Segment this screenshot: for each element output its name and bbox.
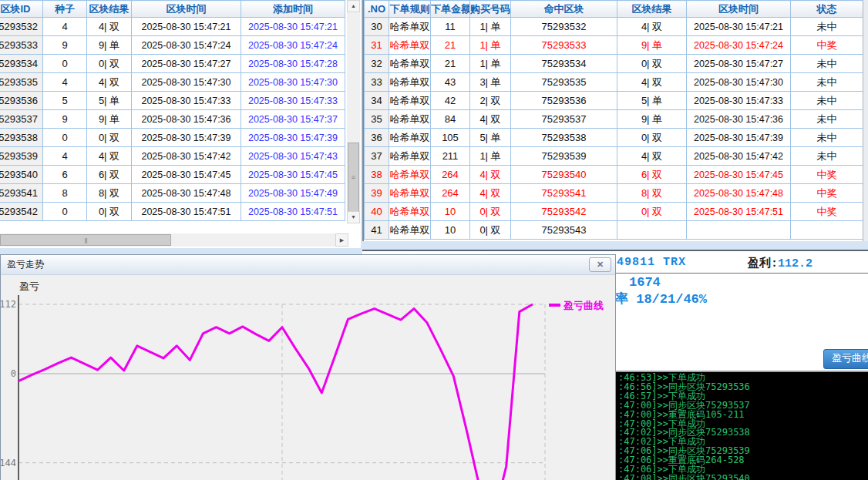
table-row[interactable]: 37哈希单双2111| 单752935394| 双2025-08-30 15:4… (365, 147, 863, 166)
column-header[interactable]: 添加时间 (241, 1, 345, 18)
profit-curve-button[interactable]: 盈亏曲线 (823, 349, 868, 369)
cell: 4| 双 (470, 184, 511, 203)
cell: 2025-08-30 15:47:45 (687, 166, 791, 184)
column-header[interactable]: 状态 (791, 1, 863, 18)
scroll-up-icon[interactable]: ▲ (347, 0, 360, 12)
table-row[interactable]: 7529354188| 双2025-08-30 15:47:482025-08-… (0, 184, 345, 203)
table-row[interactable]: 7529353655| 单2025-08-30 15:47:332025-08-… (0, 92, 345, 110)
cell: 4 (43, 147, 87, 166)
cell: 未中 (791, 18, 863, 36)
cell: 2025-08-30 15:47:51 (241, 203, 345, 221)
cell: 8 (43, 184, 87, 203)
cell: 9| 单 (617, 110, 687, 129)
cell: 5| 单 (617, 92, 687, 110)
cell: 2025-08-30 15:47:24 (241, 36, 345, 55)
orders-table-vscrollbar-track[interactable] (863, 0, 868, 241)
cell: 9| 单 (87, 36, 132, 55)
table-row[interactable]: 30哈希单双111| 单752935324| 双2025-08-30 15:47… (365, 18, 863, 36)
table-row[interactable]: 33哈希单双433| 单752935354| 双2025-08-30 15:47… (365, 73, 863, 92)
column-header[interactable]: 区块结果 (617, 1, 687, 18)
cell: 75293539 (511, 147, 617, 166)
chart-window-title: 盈亏走势 (7, 255, 44, 274)
cell: 75293541 (0, 184, 43, 203)
table-row[interactable]: 7529354200| 双2025-08-30 15:47:512025-08-… (0, 203, 345, 221)
cell: 哈希单双 (389, 73, 431, 92)
table-row[interactable]: 7529353244| 双2025-08-30 15:47:212025-08-… (0, 18, 345, 36)
column-header[interactable]: 购买号码 (470, 1, 511, 18)
column-header[interactable]: 区块时间 (132, 1, 241, 18)
table-row[interactable]: 7529353400| 双2025-08-30 15:47:272025-08-… (0, 55, 345, 73)
table-row[interactable]: 35哈希单双844| 双752935379| 单2025-08-30 15:47… (365, 110, 863, 129)
close-icon[interactable]: ✕ (589, 257, 611, 272)
cell: 4| 双 (617, 147, 687, 166)
column-header[interactable]: 下单规则 (389, 1, 431, 18)
scroll-right-icon[interactable]: ▶ (335, 233, 348, 247)
cell: 2025-08-30 15:47:39 (241, 129, 345, 147)
table-row[interactable]: 39哈希单双2644| 双752935418| 双2025-08-30 15:4… (365, 184, 863, 203)
column-header[interactable]: 命中区块 (511, 1, 617, 18)
cell: 43 (431, 73, 470, 92)
vscroll-thumb[interactable]: ≡ (348, 143, 359, 213)
cell: 40 (365, 203, 389, 221)
cell: 75293537 (511, 110, 617, 129)
table-row[interactable]: 40哈希单双100| 双752935420| 双2025-08-30 15:47… (365, 203, 863, 221)
profit-readout: 盈利:112.2 (748, 256, 812, 270)
cell: 哈希单双 (389, 18, 431, 36)
column-header[interactable]: 种子 (43, 1, 87, 18)
cell: 2025-08-30 15:47:33 (132, 92, 241, 110)
cell: 75293532 (0, 18, 43, 36)
block-table: 区块ID种子区块结果区块时间添加时间 7529353244| 双2025-08-… (0, 0, 345, 221)
table-row[interactable]: 7529353800| 双2025-08-30 15:47:392025-08-… (0, 129, 345, 147)
cell: 2025-08-30 15:47:30 (132, 73, 241, 92)
cell: 哈希单双 (389, 55, 431, 73)
log-console[interactable]: :46:53]>>下单成功:46:56]>>同步区块75293536:46:57… (614, 371, 868, 480)
table-row[interactable]: 7529353544| 双2025-08-30 15:47:302025-08-… (0, 73, 345, 92)
table-row[interactable]: 7529353944| 双2025-08-30 15:47:422025-08-… (0, 147, 345, 166)
cell: 9| 单 (617, 36, 687, 55)
table-row[interactable]: 7529353799| 单2025-08-30 15:47:362025-08-… (0, 110, 345, 129)
cell: 75293534 (511, 55, 617, 73)
cell: 36 (365, 129, 389, 147)
table-row[interactable]: 7529353399| 单2025-08-30 15:47:242025-08-… (0, 36, 345, 55)
cell: 2025-08-30 15:47:21 (132, 18, 241, 36)
cell: 75293538 (0, 129, 43, 147)
cell: 75293535 (511, 73, 617, 92)
cell: 37 (365, 147, 389, 166)
table-row[interactable]: 34哈希单双422| 双752935365| 单2025-08-30 15:47… (365, 92, 863, 110)
table-row[interactable]: 38哈希单双2644| 双752935406| 双2025-08-30 15:4… (365, 166, 863, 184)
cell: 75293536 (511, 92, 617, 110)
cell: 2025-08-30 15:47:51 (687, 203, 791, 221)
cell: 0 (43, 55, 87, 73)
scroll-down-icon[interactable]: ▼ (347, 211, 360, 223)
cell: 1| 单 (470, 36, 511, 55)
cell: 2025-08-30 15:47:27 (132, 55, 241, 73)
column-header[interactable]: 区块ID (0, 1, 43, 18)
cell: 1| 单 (470, 18, 511, 36)
column-header[interactable]: .NO (365, 1, 389, 18)
table-row[interactable]: 41哈希单双100| 双75293543 (365, 221, 863, 240)
cell: 0| 双 (470, 221, 511, 240)
table-row[interactable]: 32哈希单双211| 单752935340| 双2025-08-30 15:47… (365, 55, 863, 73)
cell: 中奖 (791, 166, 863, 184)
cell: 中奖 (791, 184, 863, 203)
orders-table-header-row: .NO下单规则下单金额购买号码命中区块区块结果区块时间状态 (365, 1, 863, 18)
hscroll-thumb[interactable]: ||| (0, 234, 171, 246)
cell: 4| 双 (87, 147, 132, 166)
block-table-vscrollbar[interactable]: ▲ ≡ ▼ (347, 0, 360, 223)
cell: 75293537 (0, 110, 43, 129)
table-row[interactable]: 7529354066| 双2025-08-30 15:47:452025-08-… (0, 166, 345, 184)
cell: 0 (43, 129, 87, 147)
cell: 2025-08-30 15:47:30 (241, 73, 345, 92)
cell: 8| 双 (617, 184, 687, 203)
cell: 39 (365, 184, 389, 203)
column-header[interactable]: 下单金额 (431, 1, 470, 18)
block-table-hscrollbar[interactable]: ||| ▶ (0, 233, 348, 247)
table-row[interactable]: 36哈希单双1055| 单752935380| 双2025-08-30 15:4… (365, 129, 863, 147)
table-row[interactable]: 31哈希单双211| 单752935339| 单2025-08-30 15:47… (365, 36, 863, 55)
cell: 75293540 (511, 166, 617, 184)
chart-window-titlebar[interactable]: 盈亏走势 ✕ (1, 255, 615, 275)
column-header[interactable]: 区块时间 (687, 1, 791, 18)
log-line: :47:08]>>同步区块75293540 (618, 475, 868, 480)
balance-value: 49811 TRX (617, 256, 686, 269)
column-header[interactable]: 区块结果 (87, 1, 132, 18)
